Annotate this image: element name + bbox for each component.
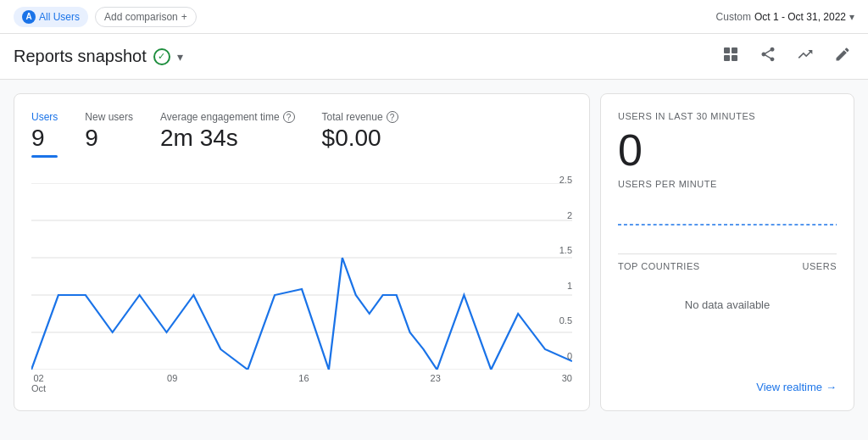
chart-inner: 02 Oct 09 16 23 30 <box>31 175 572 393</box>
users-underline <box>31 155 58 158</box>
top-bar: A All Users Add comparison + Custom Oct … <box>0 0 868 34</box>
a-icon: A <box>22 10 36 24</box>
page-title-group: Reports snapshot ✓ ▾ <box>14 47 183 66</box>
add-comparison-button[interactable]: Add comparison + <box>95 7 197 27</box>
chevron-down-icon: ▾ <box>849 11 854 23</box>
add-comparison-label: Add comparison <box>104 11 178 23</box>
chart-card: Users 9 New users 9 Average engagement t… <box>14 93 590 411</box>
metrics-row: Users 9 New users 9 Average engagement t… <box>31 111 572 158</box>
total-revenue-label: Total revenue ? <box>322 111 398 123</box>
help-icon[interactable]: ? <box>283 111 295 123</box>
line-chart-svg <box>31 183 572 370</box>
users-per-minute-label: USERS PER MINUTE <box>618 179 837 189</box>
svg-rect-0 <box>724 47 730 53</box>
table-view-button[interactable] <box>719 42 743 70</box>
all-users-button[interactable]: A All Users <box>14 7 88 27</box>
trending-button[interactable] <box>793 42 817 70</box>
chart-area <box>31 183 572 370</box>
top-countries-header: TOP COUNTRIES USERS <box>618 261 837 271</box>
x-label-09: 09 <box>167 373 177 393</box>
x-label-16: 16 <box>298 373 309 393</box>
edit-button[interactable] <box>831 42 854 70</box>
new-users-label: New users <box>85 111 133 123</box>
new-users-metric[interactable]: New users 9 <box>85 111 133 158</box>
users-value: 9 <box>31 125 58 152</box>
sparkline-svg <box>618 199 837 233</box>
users-col-label: USERS <box>803 261 837 271</box>
divider <box>618 253 837 254</box>
plus-icon: + <box>181 11 187 23</box>
avg-engagement-value: 2m 34s <box>160 125 295 152</box>
users-30-min-title: USERS IN LAST 30 MINUTES <box>618 111 837 121</box>
svg-rect-1 <box>732 47 737 53</box>
arrow-icon: → <box>826 381 837 393</box>
top-bar-left: A All Users Add comparison + <box>14 7 197 27</box>
date-range: Oct 1 - Oct 31, 2022 <box>754 11 846 23</box>
view-realtime-label: View realtime <box>756 381 822 393</box>
main-content: Users 9 New users 9 Average engagement t… <box>0 80 868 425</box>
help-icon-revenue[interactable]: ? <box>387 111 398 123</box>
new-users-value: 9 <box>85 125 133 152</box>
svg-rect-3 <box>732 55 737 61</box>
users-30-min-value: 0 <box>618 128 837 172</box>
svg-rect-2 <box>724 55 730 61</box>
all-users-label: All Users <box>39 11 80 23</box>
users-metric[interactable]: Users 9 <box>31 111 58 158</box>
x-label-02: 02 Oct <box>31 373 46 393</box>
top-countries-title: TOP COUNTRIES <box>618 261 700 271</box>
chevron-down-icon[interactable]: ▾ <box>177 50 183 64</box>
custom-label: Custom <box>716 11 751 23</box>
avg-engagement-label: Average engagement time ? <box>160 111 295 123</box>
realtime-card: USERS IN LAST 30 MINUTES 0 USERS PER MIN… <box>600 93 854 411</box>
page-header: Reports snapshot ✓ ▾ <box>0 34 868 80</box>
page-title: Reports snapshot <box>14 47 147 66</box>
no-data-text: No data available <box>618 281 837 370</box>
avg-engagement-metric[interactable]: Average engagement time ? 2m 34s <box>160 111 295 158</box>
view-realtime-link[interactable]: View realtime → <box>618 370 837 393</box>
chart-container: 02 Oct 09 16 23 30 <box>31 175 572 393</box>
header-actions <box>719 42 854 70</box>
total-revenue-value: $0.00 <box>322 125 398 152</box>
share-button[interactable] <box>756 42 780 70</box>
check-icon[interactable]: ✓ <box>153 48 170 65</box>
sparkline-area <box>618 199 837 233</box>
x-label-30: 30 <box>562 373 572 393</box>
date-range-selector[interactable]: Custom Oct 1 - Oct 31, 2022 ▾ <box>716 11 854 23</box>
total-revenue-metric[interactable]: Total revenue ? $0.00 <box>322 111 398 158</box>
x-labels: 02 Oct 09 16 23 30 <box>31 370 572 393</box>
x-label-23: 23 <box>431 373 441 393</box>
users-label: Users <box>31 111 58 123</box>
